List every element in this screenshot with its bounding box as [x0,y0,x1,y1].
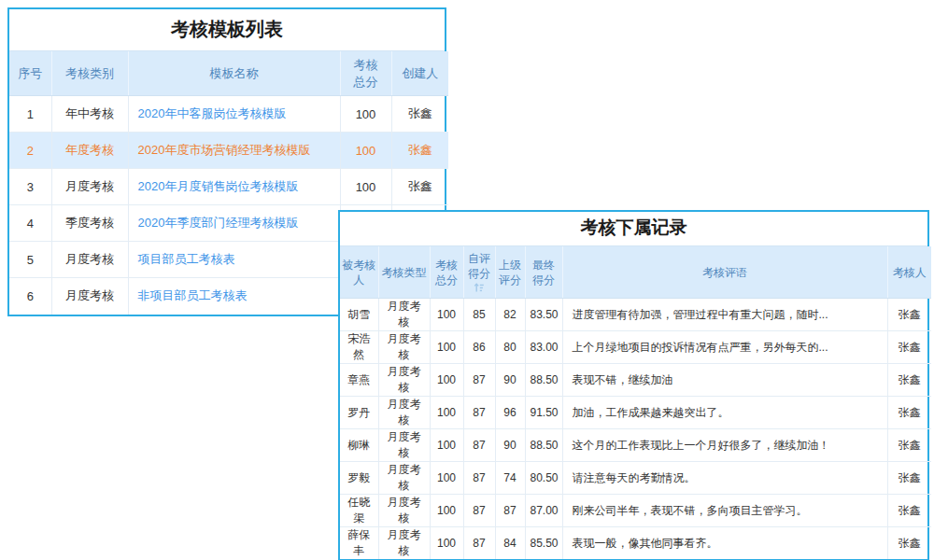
superior-score-cell: 90 [495,429,525,462]
category-cell: 季度考核 [51,205,128,242]
superior-score-cell: 74 [495,462,525,495]
serial-cell: 3 [9,169,51,205]
final-score-cell: 91.50 [525,397,562,429]
column-header: 模板名称 [128,51,340,96]
final-score-cell: 83.50 [525,299,562,331]
final-score-cell: 88.50 [525,429,562,462]
score-cell: 100 [340,96,391,133]
subordinate-records-title: 考核下属记录 [340,212,927,246]
table-row: 宋浩然月度考核100868083.00上个月绿地项目的投诉情况有点严重，另外每天… [340,331,931,364]
records-table: 被考核 人考核类型考核 总分自评 得分上级 评分最终 得分考核评语考核人胡雪月度… [340,246,931,559]
creator-cell: 张鑫 [391,133,448,169]
header-row: 被考核 人考核类型考核 总分自评 得分上级 评分最终 得分考核评语考核人 [340,246,931,299]
serial-cell: 2 [9,133,51,169]
final-score-cell: 83.00 [525,331,562,364]
assessor-cell: 张鑫 [887,299,931,331]
table-row[interactable]: 1年中考核2020年中客服岗位考核模版100张鑫 [9,96,448,133]
template-name-link[interactable]: 2020年季度部门经理考核模版 [128,205,340,242]
total-score-cell: 100 [430,397,463,429]
total-score-cell: 100 [430,299,463,331]
self-score-cell: 87 [463,527,495,560]
column-header: 自评 得分 [463,246,495,299]
total-score-cell: 100 [430,331,463,364]
creator-cell: 张鑫 [391,169,448,205]
self-score-cell: 86 [463,331,495,364]
assessment-type-cell: 月度考核 [378,495,430,527]
self-score-cell: 85 [463,299,495,331]
column-header: 被考核 人 [340,246,378,299]
template-name-link[interactable]: 非项目部员工考核表 [128,278,340,315]
template-list-title: 考核模板列表 [9,9,445,51]
comment-cell: 表现一般，像其他同事看齐。 [562,527,887,560]
self-score-cell: 87 [463,495,495,527]
final-score-cell: 80.50 [525,462,562,495]
assessee-cell: 胡雪 [340,299,378,331]
assessment-type-cell: 月度考核 [378,299,430,331]
superior-score-cell: 80 [495,331,525,364]
column-header: 上级 评分 [495,246,525,299]
assessee-cell: 柳琳 [340,429,378,462]
score-cell: 100 [340,133,391,169]
assessee-cell: 宋浩然 [340,331,378,364]
assessor-cell: 张鑫 [887,462,931,495]
table-row: 罗丹月度考核100879691.50加油，工作成果越来越突出了。张鑫 [340,397,931,429]
score-cell: 100 [340,169,391,205]
assessor-cell: 张鑫 [887,495,931,527]
superior-score-cell: 90 [495,364,525,397]
table-row: 章燕月度考核100879088.50表现不错，继续加油张鑫 [340,364,931,397]
assessment-type-cell: 月度考核 [378,462,430,495]
assessee-cell: 罗毅 [340,462,378,495]
column-header: 考核 总分 [340,51,391,96]
subordinate-records-card: 考核下属记录 被考核 人考核类型考核 总分自评 得分上级 评分最终 得分考核评语… [338,210,929,560]
template-name-link[interactable]: 2020年月度销售岗位考核模版 [128,169,340,205]
self-score-cell: 87 [463,364,495,397]
assessee-cell: 薛保丰 [340,527,378,560]
final-score-cell: 85.50 [525,527,562,560]
comment-cell: 请注意每天的考勤情况。 [562,462,887,495]
total-score-cell: 100 [430,462,463,495]
superior-score-cell: 82 [495,299,525,331]
column-header: 考核人 [887,246,931,299]
total-score-cell: 100 [430,429,463,462]
superior-score-cell: 87 [495,495,525,527]
final-score-cell: 87.00 [525,495,562,527]
category-cell: 月度考核 [51,278,128,315]
page: { "colors": { "border_accent": "#2cade4"… [0,0,934,560]
table-row: 薛保丰月度考核100878485.50表现一般，像其他同事看齐。张鑫 [340,527,931,560]
table-row: 任晓渠月度考核100878787.00刚来公司半年，表现不错，多向项目主管学习。… [340,495,931,527]
column-header: 考核类型 [378,246,430,299]
total-score-cell: 100 [430,364,463,397]
sort-icon[interactable] [465,283,494,293]
template-name-link[interactable]: 2020年度市场营销经理考核模版 [128,133,340,169]
serial-cell: 5 [9,242,51,278]
assessment-type-cell: 月度考核 [378,397,430,429]
table-row[interactable]: 3月度考核2020年月度销售岗位考核模版100张鑫 [9,169,448,205]
table-row: 胡雪月度考核100858283.50进度管理有待加强，管理过程中有重大问题，随时… [340,299,931,331]
category-cell: 年度考核 [51,133,128,169]
assessment-type-cell: 月度考核 [378,364,430,397]
comment-cell: 加油，工作成果越来越突出了。 [562,397,887,429]
comment-cell: 这个月的工作表现比上一个月好很多了，继续加油！ [562,429,887,462]
column-header: 最终 得分 [525,246,562,299]
table-row[interactable]: 2年度考核2020年度市场营销经理考核模版100张鑫 [9,133,448,169]
assessment-type-cell: 月度考核 [378,331,430,364]
self-score-cell: 87 [463,397,495,429]
assessee-cell: 任晓渠 [340,495,378,527]
comment-cell: 进度管理有待加强，管理过程中有重大问题，随时... [562,299,887,331]
assessee-cell: 罗丹 [340,397,378,429]
superior-score-cell: 96 [495,397,525,429]
category-cell: 年中考核 [51,96,128,133]
category-cell: 月度考核 [51,169,128,205]
serial-cell: 6 [9,278,51,315]
serial-cell: 1 [9,96,51,133]
comment-cell: 刚来公司半年，表现不错，多向项目主管学习。 [562,495,887,527]
category-cell: 月度考核 [51,242,128,278]
column-header: 序号 [9,51,51,96]
assessment-type-cell: 月度考核 [378,527,430,560]
column-header: 创建人 [391,51,448,96]
serial-cell: 4 [9,205,51,242]
template-name-link[interactable]: 2020年中客服岗位考核模版 [128,96,340,133]
comment-cell: 表现不错，继续加油 [562,364,887,397]
assessor-cell: 张鑫 [887,429,931,462]
template-name-link[interactable]: 项目部员工考核表 [128,242,340,278]
